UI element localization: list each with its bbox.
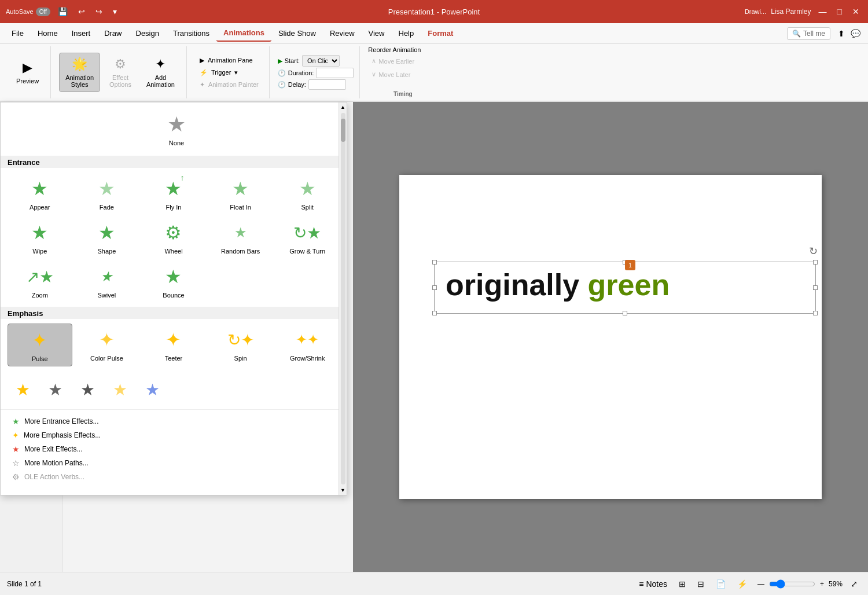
slide-sorter-button[interactable]: ⊟ xyxy=(694,577,708,591)
random-bars-item[interactable]: ★ Random Bars xyxy=(208,216,273,258)
timing-group: ▶ Start: On Click With Previous After Pr… xyxy=(272,46,361,98)
handle-top-left[interactable] xyxy=(432,260,437,265)
handle-mid-left[interactable] xyxy=(432,285,437,290)
shape-item[interactable]: ★ Shape xyxy=(75,216,139,258)
animation-pane-button[interactable]: ▶ Animation Pane xyxy=(195,55,263,66)
emphasis-r2-1[interactable]: ★ xyxy=(8,373,38,406)
animation-painter-icon: ✦ xyxy=(200,81,205,89)
menu-format[interactable]: Format xyxy=(421,25,460,41)
move-earlier-label: Move Earlier xyxy=(378,58,414,65)
start-icon: ▶ xyxy=(278,57,282,65)
split-item[interactable]: ★ Split xyxy=(275,172,340,214)
emphasis-r2-4[interactable]: ★ xyxy=(105,373,135,406)
minimize-icon[interactable]: — xyxy=(816,6,830,17)
emphasis-r2-3[interactable]: ★ xyxy=(72,373,102,406)
normal-view-button[interactable]: ⊞ xyxy=(675,577,689,591)
animation-painter-label: Animation Painter xyxy=(208,81,259,88)
handle-bottom-right[interactable] xyxy=(813,311,818,315)
share-icon[interactable]: ⬆ xyxy=(835,28,848,39)
autosave-toggle[interactable]: AutoSave Off xyxy=(6,8,50,16)
swivel-item[interactable]: ★ Swivel xyxy=(75,260,139,302)
bounce-item[interactable]: ★ Bounce xyxy=(141,260,206,302)
more-exit-link[interactable]: ★ More Exit Effects... xyxy=(8,442,340,456)
restore-icon[interactable]: □ xyxy=(834,6,845,17)
emphasis-r2-2[interactable]: ★ xyxy=(40,373,70,406)
animation-dropdown: ★ None Entrance ★ Appear ★ Fade ★↑ xyxy=(0,102,347,495)
wipe-item[interactable]: ★ Wipe xyxy=(8,216,72,258)
menu-help[interactable]: Help xyxy=(392,25,421,41)
trigger-button[interactable]: ⚡ Trigger ▾ xyxy=(195,67,263,78)
none-animation-item[interactable]: ★ None xyxy=(161,108,192,150)
emphasis-grid: ✦ Pulse ✦ Color Pulse ✦ Teeter ↻✦ Spin ✦… xyxy=(1,319,347,371)
preview-button[interactable]: ▶ Preview xyxy=(10,57,45,88)
animation-group: 🌟 Animation Styles ⚙ Effect Options ✦ Ad… xyxy=(53,46,187,98)
more-motion-link[interactable]: ☆ More Motion Paths... xyxy=(8,456,340,470)
entrance-section-title: Entrance xyxy=(8,158,40,167)
menu-animations[interactable]: Animations xyxy=(216,25,271,42)
move-later-label: Move Later xyxy=(378,71,410,78)
menu-insert[interactable]: Insert xyxy=(65,25,98,41)
filter-button[interactable]: ⚡ xyxy=(734,577,751,591)
effect-options-label: Effect Options xyxy=(109,74,131,88)
handle-bottom-center[interactable] xyxy=(623,311,627,315)
autosave-state[interactable]: Off xyxy=(36,8,50,16)
undo-icon[interactable]: ↩ xyxy=(75,6,88,17)
customize-icon[interactable]: ▾ xyxy=(110,6,120,17)
menu-transitions[interactable]: Transitions xyxy=(166,25,216,41)
handle-bottom-left[interactable] xyxy=(432,311,437,315)
effect-options-icon: ⚙ xyxy=(115,57,126,72)
reading-view-button[interactable]: 📄 xyxy=(712,577,729,591)
fly-in-item[interactable]: ★↑ Fly In xyxy=(141,172,206,214)
animation-styles-button[interactable]: 🌟 Animation Styles xyxy=(59,53,100,92)
fit-to-window-button[interactable]: ⤢ xyxy=(847,577,861,591)
animation-painter-button[interactable]: ✦ Animation Painter xyxy=(195,79,263,90)
move-later-button[interactable]: ∨ Move Later xyxy=(368,69,421,80)
notes-button[interactable]: ≡ Notes xyxy=(635,577,671,591)
none-section: ★ None xyxy=(1,102,347,156)
emphasis-r2-5[interactable]: ★ xyxy=(137,373,167,406)
spin-item[interactable]: ↻✦ Spin xyxy=(208,324,273,366)
move-earlier-button[interactable]: ∧ Move Earlier xyxy=(368,56,421,67)
menu-draw[interactable]: Draw xyxy=(97,25,128,41)
save-icon[interactable]: 💾 xyxy=(55,6,71,17)
teeter-item[interactable]: ✦ Teeter xyxy=(141,324,206,366)
delay-input[interactable]: 00.00 xyxy=(308,79,346,90)
zoom-in-icon[interactable]: + xyxy=(818,579,826,589)
duration-input[interactable]: 03.00 xyxy=(316,68,354,78)
float-in-item[interactable]: ★ Float In xyxy=(208,172,273,214)
effect-options-button[interactable]: ⚙ Effect Options xyxy=(104,53,137,91)
menu-slideshow[interactable]: Slide Show xyxy=(271,25,323,41)
zoom-out-icon[interactable]: — xyxy=(755,579,767,589)
grow-turn-item[interactable]: ↻★ Grow & Turn xyxy=(275,216,340,258)
fade-item[interactable]: ★ Fade xyxy=(75,172,139,214)
handle-top-right[interactable] xyxy=(813,260,818,265)
slide-canvas[interactable]: ↻ 1 originally green xyxy=(399,175,822,499)
ole-action-link[interactable]: ⚙ OLE Action Verbs... xyxy=(8,470,340,484)
search-box[interactable]: 🔍 Tell me xyxy=(787,27,830,40)
menu-design[interactable]: Design xyxy=(129,25,166,41)
zoom-item[interactable]: ↗★ Zoom xyxy=(8,260,72,302)
color-pulse-item[interactable]: ✦ Color Pulse xyxy=(75,324,139,366)
rotate-handle[interactable]: ↻ xyxy=(809,245,818,258)
more-emphasis-link[interactable]: ✦ More Emphasis Effects... xyxy=(8,428,340,442)
more-entrance-link[interactable]: ★ More Entrance Effects... xyxy=(8,414,340,428)
scroll-up-arrow[interactable]: ▲ xyxy=(339,102,347,112)
menu-home[interactable]: Home xyxy=(31,25,65,41)
start-select[interactable]: On Click With Previous After Previous xyxy=(302,55,340,67)
handle-mid-right[interactable] xyxy=(813,285,818,290)
comment-icon[interactable]: 💬 xyxy=(848,28,863,39)
menu-review[interactable]: Review xyxy=(323,25,362,41)
main-content: 1 ★ Coca-Cola wa... ★ None Entrance ★ xyxy=(0,102,868,572)
menu-view[interactable]: View xyxy=(362,25,392,41)
close-icon[interactable]: ✕ xyxy=(849,6,862,17)
redo-icon[interactable]: ↪ xyxy=(93,6,105,17)
menu-file[interactable]: File xyxy=(5,25,31,41)
add-animation-button[interactable]: ✦ Add Animation xyxy=(141,53,181,91)
dropdown-scrollbar[interactable]: ▲ ▼ xyxy=(339,102,347,495)
grow-shrink-item[interactable]: ✦✦ Grow/Shrink xyxy=(275,324,340,366)
zoom-slider[interactable] xyxy=(769,579,815,589)
wheel-item[interactable]: ⚙ Wheel xyxy=(141,216,206,258)
appear-item[interactable]: ★ Appear xyxy=(8,172,72,214)
pulse-item[interactable]: ✦ Pulse xyxy=(8,324,72,366)
scroll-down-arrow[interactable]: ▼ xyxy=(339,486,347,495)
